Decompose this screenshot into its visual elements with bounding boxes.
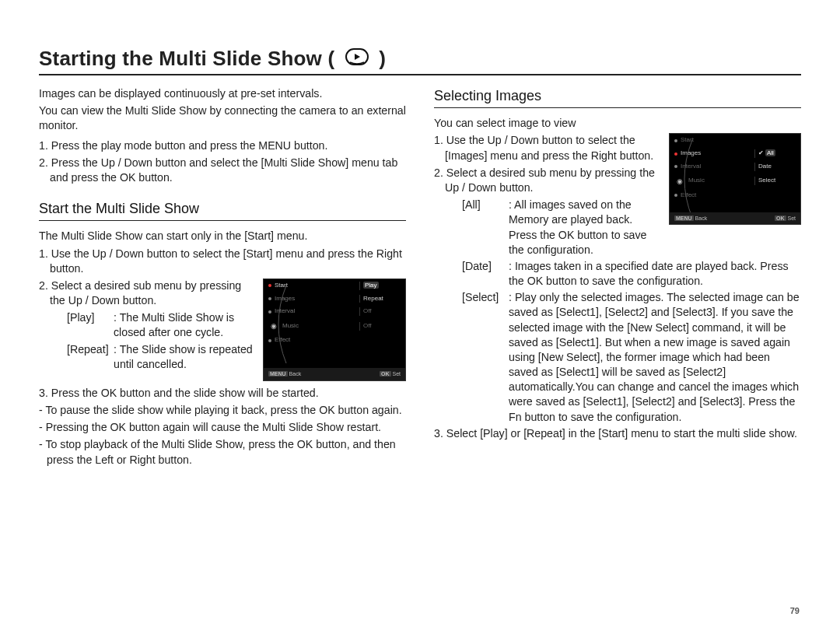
page-number: 79	[790, 606, 800, 615]
right-intro: You can select image to view	[434, 116, 801, 131]
left-intro: The Multi Slide Show can start only in t…	[39, 229, 406, 243]
def-all: [All] : All images saved on the Memory a…	[462, 198, 661, 257]
left-step3c: - To stop playback of the Multi Slide Sh…	[39, 437, 406, 467]
left-step3b: - Pressing the OK button again will caus…	[39, 420, 406, 435]
def-play: [Play] : The Multi Slide Show is closed …	[67, 310, 255, 340]
slideshow-icon	[345, 48, 369, 65]
content-columns: Images can be displayed continuously at …	[39, 86, 801, 470]
def-date: [Date] : Images taken in a specified dat…	[462, 259, 801, 289]
right-column: Selecting Images You can select image to…	[434, 86, 801, 470]
page-title: Starting the Multi Slide Show ( )	[39, 47, 386, 71]
right-step3: 3. Select [Play] or [Repeat] in the [Sta…	[434, 426, 801, 441]
svg-marker-1	[355, 54, 360, 60]
intro-line1: Images can be displayed continuously at …	[39, 86, 406, 101]
slideshow-mini-icon: ◉	[674, 176, 685, 187]
left-subheading: Start the Multi Slide Show	[39, 199, 406, 221]
title-text-pre: Starting the Multi Slide Show (	[39, 47, 341, 70]
page-title-row: Starting the Multi Slide Show ( )	[39, 47, 801, 75]
right-subheading: Selecting Images	[434, 86, 801, 108]
slideshow-mini-icon: ◉	[268, 321, 279, 331]
def-select: [Select] : Play only the selected images…	[462, 290, 801, 425]
left-step1: 1. Use the Up / Down button to select th…	[39, 247, 406, 276]
camera-lcd-start: StartPlay ImagesRepeat IntervalOff ◉Musi…	[263, 278, 406, 381]
title-text-post: )	[379, 47, 386, 70]
camera-lcd-images: Start Images✔All IntervalDate ◉MusicSele…	[669, 133, 801, 225]
left-step3a: - To pause the slide show while playing …	[39, 403, 406, 418]
left-column: Images can be displayed continuously at …	[39, 86, 406, 470]
intro-step1: 1. Press the play mode button and press …	[39, 138, 406, 153]
left-step3: 3. Press the OK button and the slide sho…	[39, 386, 406, 401]
def-repeat: [Repeat] : The Slide show is repeated un…	[67, 342, 255, 372]
intro-step2: 2. Press the Up / Down button and select…	[39, 156, 406, 185]
intro-line2: You can view the Multi Slide Show by con…	[39, 103, 406, 133]
manual-page: Starting the Multi Slide Show ( ) Images…	[0, 0, 840, 634]
